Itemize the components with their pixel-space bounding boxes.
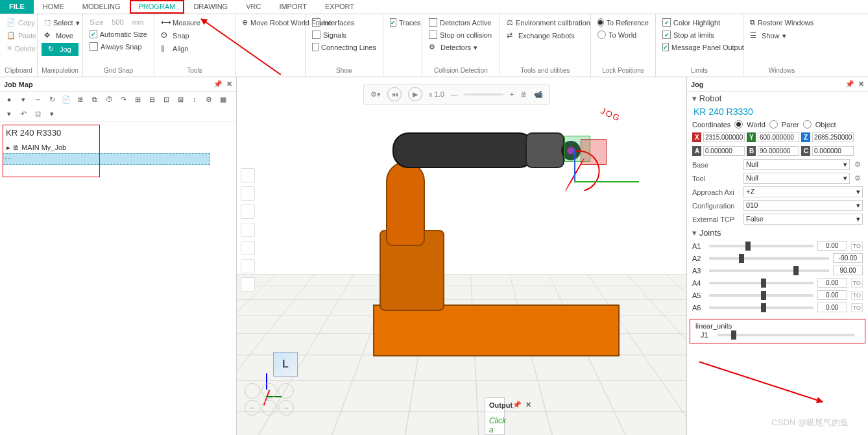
tb-icon[interactable]: ▾	[47, 108, 57, 119]
b-value[interactable]: 90.000000	[758, 146, 799, 156]
tb-icon[interactable]: ↷	[118, 94, 128, 105]
robot-section[interactable]: Robot	[687, 92, 868, 105]
viewport[interactable]: JOG ⚙▾ ⏮ ▶ x 1.0 — + 🗎 📹 L ↑ ←→	[237, 77, 686, 435]
minus-button[interactable]: —	[451, 90, 458, 98]
tb-icon[interactable]: 📄	[61, 94, 71, 105]
object-radio[interactable]	[803, 120, 812, 129]
joint-value[interactable]: 0.00	[817, 278, 847, 288]
j1-slider[interactable]	[717, 334, 854, 336]
show-windows-menu[interactable]: ☰Show ▾	[747, 30, 816, 42]
joint-value[interactable]: 90.00	[833, 266, 863, 275]
stop-limits-check[interactable]: ✔Stop at limits	[660, 29, 739, 40]
tb-icon[interactable]: ⏱	[104, 94, 114, 105]
restore-windows-button[interactable]: ⧉Restore Windows	[747, 17, 816, 29]
interfaces-check[interactable]: Interfaces	[309, 17, 379, 28]
message-panel-check[interactable]: ✔Message Panel Output	[660, 42, 739, 53]
pin-icon[interactable]: 📌	[845, 80, 854, 88]
joint-value[interactable]: 0.00	[817, 303, 847, 312]
joint-value[interactable]: -90.00	[833, 253, 863, 263]
rewind-button[interactable]: ⏮	[387, 87, 402, 101]
y-value[interactable]: 600.000000	[758, 132, 799, 142]
st-icon[interactable]	[241, 223, 255, 237]
detectors-active-check[interactable]: Detectors Active	[426, 17, 496, 28]
nav-cube[interactable]: L	[273, 352, 298, 377]
x-value[interactable]: 2315.000000	[703, 132, 745, 142]
tb-icon[interactable]: ⊟	[147, 94, 157, 105]
tab-modeling[interactable]: MODELING	[73, 0, 130, 14]
paste-button[interactable]: 📋Paste	[4, 30, 33, 42]
exchange-robots-button[interactable]: ⇄Exchange Robots	[504, 30, 586, 42]
tree-main-job[interactable]: MAIN My_Job	[21, 143, 66, 151]
joint-slider[interactable]	[709, 306, 814, 309]
tb-icon[interactable]: ●	[4, 94, 14, 105]
move-robot-world-frame-button[interactable]: ⊕Move Robot World Frame	[239, 17, 301, 29]
nav-up[interactable]: ↑	[261, 383, 277, 399]
joint-slider[interactable]	[709, 245, 814, 247]
traces-check[interactable]: ✔Traces	[387, 17, 418, 28]
tb-icon[interactable]: ⊡	[161, 94, 171, 105]
detectors-menu[interactable]: ⚙Detectors ▾	[426, 42, 496, 53]
tb-icon[interactable]: →	[32, 94, 43, 105]
tb-icon[interactable]: ⧉	[90, 94, 100, 105]
tab-program[interactable]: PROGRAM	[130, 0, 185, 14]
st-icon[interactable]	[241, 186, 255, 201]
tab-export[interactable]: EXPORT	[316, 0, 363, 14]
pin-icon[interactable]: 📌	[213, 80, 223, 88]
world-radio[interactable]	[734, 120, 743, 129]
gear-icon[interactable]: ⚙	[852, 160, 863, 169]
stop-collision-check[interactable]: Stop on collision	[426, 29, 496, 40]
st-icon[interactable]	[241, 259, 255, 273]
jog-button[interactable]: ↻Jog	[42, 43, 78, 56]
st-icon[interactable]	[241, 241, 255, 255]
tb-icon[interactable]: ▾	[4, 108, 14, 119]
tab-import[interactable]: IMPORT	[270, 0, 316, 14]
joint-slider[interactable]	[709, 257, 829, 260]
config-select[interactable]: 010▾	[743, 200, 863, 211]
export-icon[interactable]: 🗎	[520, 90, 527, 98]
move-button[interactable]: ✥Move	[42, 30, 78, 42]
tab-drawing[interactable]: DRAWING	[184, 0, 237, 14]
base-select[interactable]: Null▾	[743, 159, 850, 170]
tb-icon[interactable]: 🗎	[75, 94, 86, 105]
size-input[interactable]	[106, 18, 129, 26]
to-reference-radio[interactable]: To Reference	[595, 17, 651, 28]
tb-icon[interactable]: ↶	[18, 108, 29, 119]
pin-icon[interactable]: 📌	[512, 401, 522, 409]
tb-icon[interactable]: ↕	[189, 94, 200, 105]
close-icon[interactable]: ✕	[858, 80, 864, 88]
measure-button[interactable]: ⟷Measure	[158, 17, 231, 29]
c-value[interactable]: 0.000000	[812, 146, 854, 156]
speed-slider[interactable]	[464, 93, 503, 95]
nav-right[interactable]: →	[278, 400, 294, 416]
joint-value[interactable]: 0.00	[817, 241, 847, 251]
select-button[interactable]: ⬚Select▾	[42, 17, 78, 29]
joint-slider[interactable]	[709, 294, 814, 297]
tb-icon[interactable]: ⚙	[204, 94, 214, 105]
signals-check[interactable]: Signals	[309, 29, 379, 40]
gear-icon[interactable]: ⚙	[852, 174, 863, 182]
close-icon[interactable]: ✕	[525, 401, 531, 409]
tb-icon[interactable]: ⊡	[32, 108, 43, 119]
tb-icon[interactable]: ▦	[218, 94, 228, 105]
color-highlight-check[interactable]: ✔Color Highlight	[660, 17, 739, 28]
auto-size-check[interactable]: ✔Automatic Size	[87, 29, 150, 40]
st-icon[interactable]	[241, 168, 255, 182]
always-snap-check[interactable]: Always Snap	[87, 41, 150, 52]
tree-root[interactable]: KR 240 R3330	[6, 128, 97, 138]
connecting-lines-check[interactable]: Connecting Lines	[309, 42, 379, 53]
tab-file[interactable]: FILE	[0, 0, 34, 14]
external-tcp-select[interactable]: False▾	[743, 214, 863, 225]
tb-icon[interactable]: ↻	[47, 94, 57, 105]
tab-vrc[interactable]: VRC	[237, 0, 270, 14]
to-world-radio[interactable]: To World	[595, 29, 651, 40]
tool-select[interactable]: Null▾	[743, 173, 850, 184]
tb-icon[interactable]: ⊞	[132, 94, 143, 105]
tab-home[interactable]: HOME	[34, 0, 73, 14]
align-button[interactable]: ∥Align	[158, 43, 231, 55]
st-icon[interactable]	[241, 277, 255, 292]
camera-icon[interactable]: 📹	[534, 90, 543, 99]
z-value[interactable]: 2685.250000	[812, 132, 854, 142]
joints-section[interactable]: Joints	[687, 226, 868, 240]
joint-value[interactable]: 0.00	[817, 290, 847, 300]
close-icon[interactable]: ✕	[226, 80, 232, 88]
